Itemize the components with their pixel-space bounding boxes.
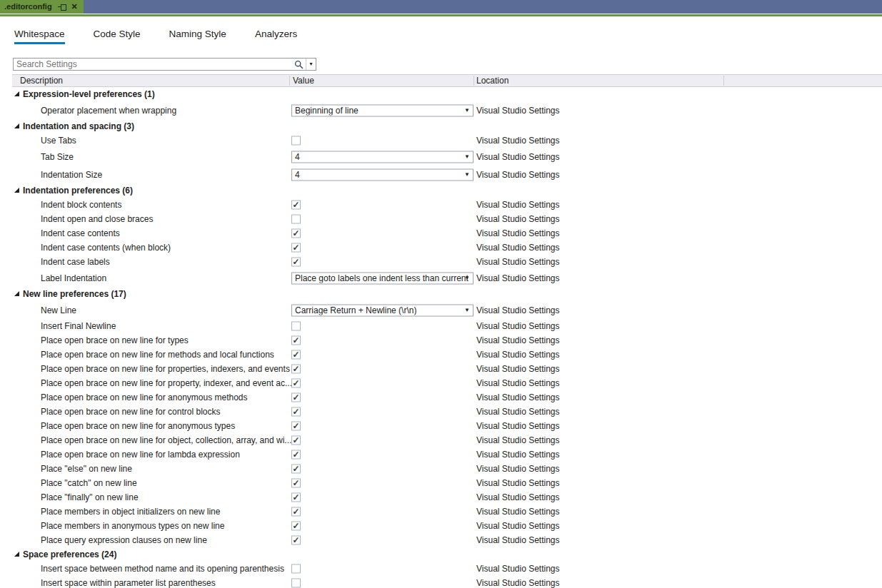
check-icon: ✓ — [292, 507, 299, 516]
group-row[interactable]: Indentation and spacing (3) — [12, 119, 882, 133]
search-settings-box: ▾ — [13, 58, 316, 71]
group-collapse-triangle-icon[interactable] — [14, 188, 19, 193]
group-collapse-triangle-icon[interactable] — [14, 123, 19, 128]
setting-checkbox[interactable]: ✓ — [291, 436, 301, 445]
setting-checkbox[interactable]: ✓ — [291, 379, 301, 388]
group-label: Indentation and spacing (3) — [14, 121, 134, 131]
setting-checkbox[interactable] — [291, 136, 301, 146]
setting-location: Visual Studio Settings — [476, 435, 560, 445]
setting-value-cell: ✓ — [291, 522, 301, 531]
table-row: Place "else" on new line✓Visual Studio S… — [12, 462, 882, 476]
setting-description: Insert Final Newline — [41, 321, 116, 331]
setting-checkbox[interactable]: ✓ — [291, 493, 301, 502]
setting-value-cell: ✓ — [291, 407, 301, 417]
column-header-description[interactable]: Description — [20, 75, 63, 86]
check-icon: ✓ — [292, 379, 299, 387]
setting-checkbox[interactable]: ✓ — [291, 336, 301, 345]
search-options-chevron-down-icon[interactable]: ▾ — [306, 59, 316, 70]
check-icon: ✓ — [292, 258, 299, 266]
setting-description: Place "else" on new line — [41, 464, 132, 474]
pin-icon[interactable] — [58, 3, 66, 11]
group-row[interactable]: Indentation preferences (6) — [12, 183, 882, 198]
setting-checkbox[interactable]: ✓ — [291, 350, 301, 360]
table-row: Place "finally" on new line✓Visual Studi… — [12, 490, 882, 505]
table-row: Place open brace on new line for anonymo… — [12, 419, 882, 433]
setting-checkbox[interactable]: ✓ — [291, 479, 301, 488]
table-row: Operator placement when wrappingBeginnin… — [12, 101, 882, 119]
setting-dropdown[interactable]: Place goto labels one indent less than c… — [291, 272, 473, 284]
setting-description: Indentation Size — [41, 170, 102, 180]
setting-location: Visual Studio Settings — [476, 392, 560, 402]
group-collapse-triangle-icon[interactable] — [14, 552, 19, 557]
column-header-location[interactable]: Location — [476, 75, 508, 86]
setting-dropdown[interactable]: Carriage Return + Newline (\r\n)▼ — [291, 304, 473, 316]
setting-location: Visual Studio Settings — [476, 521, 560, 531]
check-icon: ✓ — [292, 422, 299, 430]
tab-code-style[interactable]: Code Style — [94, 29, 141, 44]
table-row: Place members in object initializers on … — [12, 505, 882, 519]
table-row: Indent case contents (when block)✓Visual… — [12, 240, 882, 255]
setting-location: Visual Studio Settings — [476, 535, 560, 545]
setting-checkbox[interactable]: ✓ — [291, 522, 301, 531]
chevron-down-icon: ▼ — [464, 275, 470, 281]
search-input[interactable] — [14, 59, 292, 70]
search-icon[interactable] — [292, 59, 306, 70]
setting-location: Visual Studio Settings — [476, 407, 560, 417]
setting-location: Visual Studio Settings — [476, 273, 560, 283]
column-separator[interactable] — [473, 76, 474, 86]
setting-description: Operator placement when wrapping — [41, 106, 176, 116]
group-row[interactable]: Expression-level preferences (1) — [12, 87, 882, 101]
column-separator[interactable] — [723, 76, 724, 86]
column-header-value[interactable]: Value — [293, 75, 314, 86]
table-row: Use TabsVisual Studio Settings — [12, 133, 882, 148]
setting-checkbox[interactable] — [291, 564, 301, 574]
setting-checkbox[interactable]: ✓ — [291, 258, 301, 267]
setting-dropdown[interactable]: 4▼ — [291, 168, 473, 181]
setting-checkbox[interactable]: ✓ — [291, 201, 301, 210]
setting-description: Place open brace on new line for anonymo… — [41, 392, 248, 402]
setting-checkbox[interactable] — [291, 215, 301, 224]
setting-checkbox[interactable]: ✓ — [291, 407, 301, 417]
group-collapse-triangle-icon[interactable] — [14, 91, 19, 96]
setting-value-cell: 4▼ — [291, 168, 473, 181]
setting-checkbox[interactable]: ✓ — [291, 465, 301, 474]
setting-value-cell — [291, 564, 301, 574]
close-icon[interactable]: ✕ — [71, 3, 78, 11]
setting-checkbox[interactable]: ✓ — [291, 393, 301, 402]
tab-whitespace[interactable]: Whitespace — [14, 29, 65, 44]
setting-checkbox[interactable]: ✓ — [291, 507, 301, 517]
group-row[interactable]: New line preferences (17) — [12, 287, 882, 301]
setting-checkbox[interactable]: ✓ — [291, 536, 301, 545]
group-row[interactable]: Space preferences (24) — [12, 547, 882, 562]
setting-checkbox[interactable]: ✓ — [291, 243, 301, 253]
setting-checkbox[interactable] — [291, 322, 301, 331]
chevron-down-icon: ▼ — [464, 172, 470, 178]
setting-description: Indent case contents (when block) — [41, 243, 171, 253]
settings-nav-tabs: Whitespace Code Style Naming Style Analy… — [0, 16, 882, 44]
setting-description: Place "finally" on new line — [41, 492, 139, 502]
setting-location: Visual Studio Settings — [476, 464, 560, 474]
column-separator[interactable] — [289, 76, 290, 86]
setting-checkbox[interactable]: ✓ — [291, 365, 301, 374]
setting-checkbox[interactable]: ✓ — [291, 422, 301, 431]
document-tab-editorconfig[interactable]: .editorconfig ✕ — [0, 0, 84, 14]
setting-location: Visual Studio Settings — [476, 350, 560, 360]
setting-checkbox[interactable] — [291, 579, 301, 588]
setting-location: Visual Studio Settings — [476, 492, 560, 502]
setting-location: Visual Studio Settings — [476, 321, 560, 331]
setting-dropdown[interactable]: Beginning of line▼ — [291, 104, 473, 116]
setting-checkbox[interactable]: ✓ — [291, 450, 301, 460]
tab-analyzers[interactable]: Analyzers — [255, 29, 297, 44]
setting-location: Visual Studio Settings — [476, 200, 560, 210]
check-icon: ✓ — [292, 243, 299, 252]
setting-description: Indent open and close braces — [41, 214, 153, 224]
setting-checkbox[interactable]: ✓ — [291, 229, 301, 238]
setting-dropdown[interactable]: 4▼ — [291, 151, 473, 163]
group-collapse-triangle-icon[interactable] — [14, 291, 19, 296]
setting-location: Visual Studio Settings — [476, 136, 560, 146]
setting-description: Place open brace on new line for methods… — [41, 350, 274, 360]
check-icon: ✓ — [292, 350, 299, 359]
tab-naming-style[interactable]: Naming Style — [169, 29, 226, 44]
check-icon: ✓ — [292, 493, 299, 502]
document-tab-title: .editorconfig — [4, 0, 52, 14]
